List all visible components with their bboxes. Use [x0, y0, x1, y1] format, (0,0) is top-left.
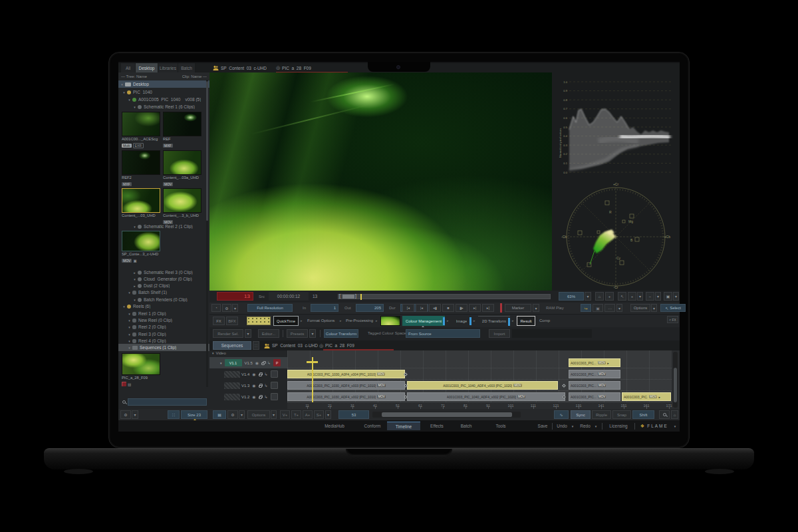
follow-icon[interactable]: ↳	[265, 372, 268, 376]
tree-item-reels[interactable]: ▾ Reels (6)	[118, 303, 209, 310]
chevron-right-icon[interactable]: ▸	[132, 284, 137, 288]
timeline-vertical-scrollbar[interactable]	[673, 352, 678, 408]
chevron-down-icon[interactable]: ▾	[127, 332, 132, 336]
timeline-clip[interactable]: A001C003_PIC_1040_ADF4_v002 [PIC_1020] M…	[407, 392, 565, 401]
bfx-button[interactable]: BFX	[226, 317, 238, 325]
track-header-v13[interactable]: V1.3 ◉ ↳	[209, 380, 287, 391]
undo-button[interactable]: Undo	[554, 422, 570, 430]
fx-node-result[interactable]: Result	[517, 316, 535, 326]
timeline-clip[interactable]: A001C003_PIC... MOV	[569, 381, 620, 390]
jump-start-button[interactable]: [◂	[402, 304, 414, 312]
clip-mode-button[interactable]: ◔	[211, 304, 221, 312]
fx-node-image[interactable]: Image	[452, 316, 471, 326]
colour-transform-button[interactable]: Colour Transform	[324, 329, 358, 338]
follow-icon[interactable]: ↳	[267, 360, 271, 365]
render-selection-dropdown[interactable]: ▾	[245, 329, 251, 338]
snap-button[interactable]: Snap	[612, 410, 631, 419]
lock-icon[interactable]	[261, 362, 265, 365]
timeline-horizontal-scrollbar[interactable]	[372, 412, 521, 418]
gear-button[interactable]: ⚙	[120, 410, 131, 419]
chevron-down-icon[interactable]: ▾	[132, 298, 137, 302]
ram-play-label[interactable]: RAM Play	[546, 306, 564, 310]
next-cut-button[interactable]: ▸|	[469, 304, 481, 312]
editor-button[interactable]: Editor...	[258, 329, 279, 338]
jump-end-button[interactable]: ▸]	[482, 304, 494, 312]
lock-icon[interactable]	[259, 396, 262, 399]
timeline-clip[interactable]: A001C003_PIC... MOV	[569, 392, 620, 401]
current-frame-field[interactable]: 13	[217, 292, 253, 301]
add-subtitle-track-button[interactable]: S+	[314, 410, 324, 419]
redo-button[interactable]: Redo	[577, 422, 593, 430]
clip-name-header[interactable]: Clip: Name —	[182, 74, 207, 78]
timeline-options-button[interactable]: Options	[247, 410, 270, 419]
chevron-down-icon[interactable]: ▾	[127, 291, 132, 295]
viewer-gear-button[interactable]: ⚙	[222, 304, 231, 312]
proxy-toggle-button[interactable]: ∷	[168, 410, 180, 419]
tab-libraries[interactable]: Libraries	[158, 63, 178, 72]
eye-icon[interactable]: ◉	[252, 394, 255, 399]
import-path-field[interactable]	[512, 329, 592, 338]
tree-item-a001c005[interactable]: ▾ A001C005_PIC_1040__v008 (5)	[118, 96, 209, 103]
tree-item-reel-2[interactable]: ▾ Reel 2 (0 Clip)	[118, 323, 209, 331]
add-track-dropdown[interactable]: ▾	[325, 410, 331, 419]
timeline-search-button[interactable]	[659, 410, 670, 419]
sync-button[interactable]: Sync	[571, 410, 591, 419]
timeline-clip[interactable]: A001C003_PIC... MOV	[569, 370, 620, 378]
tab-desktop[interactable]: Desktop	[136, 63, 158, 72]
follow-icon[interactable]: ↳	[265, 383, 268, 388]
viewer-tab-sp-content[interactable]: SP_Content_03_c-UHD	[213, 63, 267, 72]
chevron-down-icon[interactable]: ▾	[120, 82, 124, 86]
previous-cut-button[interactable]: |◂	[416, 304, 428, 312]
shift-button[interactable]: Shift	[632, 410, 654, 419]
step-back-button[interactable]: ◂▮	[429, 304, 441, 312]
video-section-header[interactable]: ▾ Video	[212, 351, 226, 355]
compare-dropdown[interactable]: ▾	[655, 292, 661, 301]
tree-item-batch-shelf[interactable]: ▾ Batch Shelf (1)	[118, 289, 209, 296]
chevron-down-icon[interactable]: ▾	[132, 225, 137, 229]
fx-node-format-options[interactable]: Format Options	[307, 319, 334, 323]
compare-tool-button[interactable]: −	[646, 292, 654, 301]
crosshair-dropdown[interactable]: ▾	[637, 292, 643, 301]
timeline-gear-dropdown[interactable]: ▾	[239, 410, 245, 419]
timeline-clip[interactable]: A001C003_PIC_1030_A0F4_v004 [PIC_1010] M…	[287, 370, 405, 378]
chevron-down-icon[interactable]: ▾	[122, 305, 126, 309]
marker-button[interactable]: Marker	[505, 304, 531, 312]
fx-collapse-button[interactable]: < FX	[667, 316, 678, 323]
stereo-view-button[interactable]: ▣	[593, 304, 603, 312]
scrub-playhead[interactable]	[360, 294, 362, 300]
sidebar-scrollbar[interactable]	[206, 80, 208, 387]
chevron-down-icon[interactable]: ▾	[127, 312, 132, 316]
clip-thumbnail-spcontent[interactable]: SP_Conte...3_c-UHD MOV ▣	[122, 231, 162, 263]
chevron-right-icon[interactable]: ▸	[132, 271, 137, 275]
follow-icon[interactable]: ↳	[265, 394, 268, 399]
fit-view-button[interactable]: ⌂	[595, 292, 604, 301]
render-selection-button[interactable]: Render Sel.	[213, 329, 243, 338]
fx-node-quicktime[interactable]: QuickTime	[273, 316, 299, 326]
clip-thumbnail-ref2[interactable]: REF2 MXF	[122, 150, 162, 187]
tree-item-sequences[interactable]: ▾ Sequences (1 Clip)	[118, 344, 209, 351]
timeline-ruler[interactable]: 11 21 31 41 51 61 71 81 91 101 111 121 1…	[287, 402, 672, 409]
clip-thumbnail-aces[interactable]: A001C00..._ACEScg Multi EXR	[122, 112, 162, 148]
nav-batch[interactable]: Batch	[456, 422, 476, 430]
clip-thumbnail-ref[interactable]: REF MXF	[163, 112, 203, 148]
clip-thumbnail-content03-selected[interactable]: Content_...03_UHD	[122, 188, 162, 225]
nav-conform[interactable]: Conform	[360, 422, 384, 430]
add-video-track-button[interactable]: V+	[280, 410, 290, 419]
eye-icon[interactable]: ◉	[252, 372, 255, 376]
tree-name-header[interactable]: — Tree: Name	[121, 74, 147, 78]
view-mode-button[interactable]: ▣	[664, 292, 672, 301]
zoom-level-field[interactable]: 63%	[559, 292, 584, 301]
sidebar-scrollbar-thumb[interactable]	[206, 81, 208, 221]
tagged-colour-space-field[interactable]: From Source	[406, 329, 480, 338]
tab-batch[interactable]: Batch	[178, 63, 196, 72]
step-forward-button[interactable]: ▮▸	[456, 304, 467, 312]
eye-icon[interactable]: ◉	[255, 360, 259, 365]
eye-icon[interactable]: ◉	[252, 383, 255, 388]
pointer-tool-button[interactable]: ↖	[618, 292, 626, 301]
nav-effects[interactable]: Effects	[426, 422, 448, 430]
resolution-button[interactable]: Full Resolution	[247, 304, 293, 312]
marker-dropdown[interactable]: ▾	[533, 304, 539, 312]
chevron-down-icon[interactable]: ▾	[127, 98, 132, 102]
chevron-down-icon[interactable]: ▾	[127, 319, 132, 323]
primary-track-slot[interactable]	[271, 382, 278, 389]
